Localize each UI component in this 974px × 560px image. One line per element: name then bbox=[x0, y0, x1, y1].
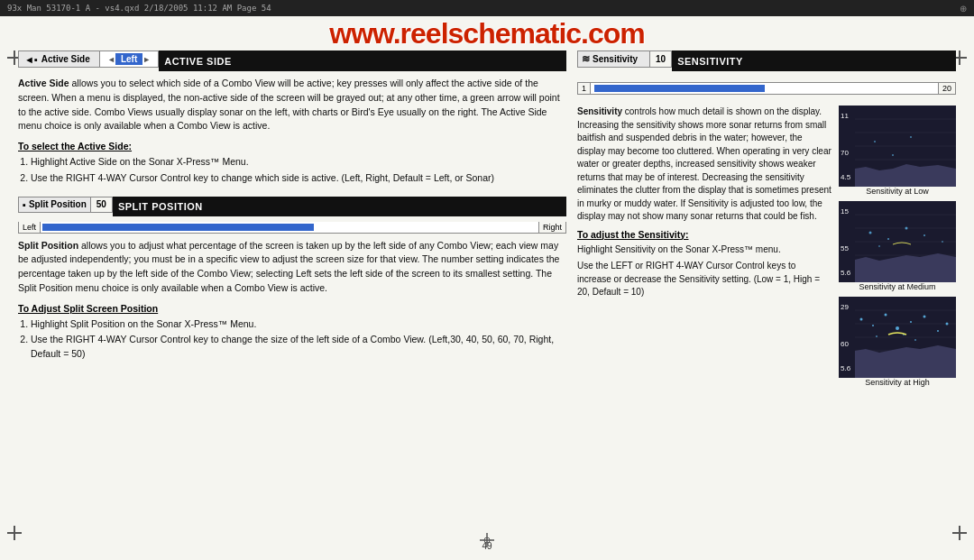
sonar-high-container: 29 60 5.6 bbox=[839, 297, 956, 392]
sens-label-box: ≋ Sensitivity bbox=[578, 51, 650, 67]
sensitivity-text-part: Sensitivity controls how much detail is … bbox=[577, 106, 832, 392]
svg-text:15: 15 bbox=[841, 207, 849, 216]
active-side-label-box: ◄▪ Active Side bbox=[19, 51, 100, 67]
split-bar-container bbox=[41, 222, 538, 233]
header-bar-text: 93x Man 53170-1 A - vs4.qxd 2/18/2005 11… bbox=[7, 4, 271, 13]
sens-bar-track bbox=[591, 83, 938, 94]
active-side-banner: ACTIVE SIDE bbox=[159, 50, 566, 71]
sonar-medium-container: 15 55 5.6 bbox=[839, 201, 956, 297]
active-side-value-box: ◄ Left ► bbox=[100, 51, 158, 67]
sens-label: Sensitivity bbox=[593, 54, 638, 64]
left-column: ◄▪ Active Side ◄ Left ► ACTIVE SIDE Acti… bbox=[18, 50, 566, 533]
sens-bar-min: 1 bbox=[578, 83, 591, 94]
split-icon: ▪ bbox=[23, 199, 26, 210]
svg-point-42 bbox=[937, 330, 939, 332]
sensitivity-bar-row: 1 20 bbox=[577, 82, 956, 95]
sensitivity-images-part: 11 70 4.5 bbox=[839, 106, 956, 392]
svg-text:60: 60 bbox=[841, 340, 849, 348]
sonar-low-caption: Sensitivity at Low bbox=[866, 187, 929, 196]
sens-description: Sensitivity controls how much detail is … bbox=[577, 106, 832, 224]
page-content: ◄▪ Active Side ◄ Left ► ACTIVE SIDE Acti… bbox=[18, 50, 956, 533]
svg-point-21 bbox=[869, 232, 872, 234]
svg-point-26 bbox=[942, 241, 943, 243]
watermark-text: www.reelschematic.com bbox=[329, 17, 645, 50]
svg-text:55: 55 bbox=[841, 244, 849, 252]
split-position-description: Split Position allows you to adjust what… bbox=[18, 239, 566, 296]
sensitivity-header-row: ≋ Sensitivity 10 SENSITIVITY bbox=[577, 50, 956, 71]
svg-text:4.5: 4.5 bbox=[841, 173, 851, 181]
active-side-label: Active Side bbox=[41, 54, 90, 64]
svg-point-43 bbox=[946, 323, 949, 326]
split-value: 50 bbox=[91, 197, 112, 212]
sonar-high-image: 29 60 5.6 bbox=[839, 297, 956, 378]
svg-point-11 bbox=[892, 154, 894, 156]
svg-text:29: 29 bbox=[841, 303, 849, 311]
sens-bar-fill bbox=[594, 85, 764, 92]
svg-point-41 bbox=[923, 316, 926, 318]
split-position-banner: SPLIT POSITION bbox=[113, 197, 566, 216]
split-bar-fill bbox=[42, 224, 314, 231]
active-side-step-1: Highlight Active Side on the Sonar X-Pre… bbox=[31, 155, 566, 170]
sens-step-1: Highlight Sensitivity on the Sonar X-Pre… bbox=[577, 243, 832, 257]
header-bar: 93x Man 53170-1 A - vs4.qxd 2/18/2005 11… bbox=[0, 0, 974, 16]
svg-point-25 bbox=[878, 245, 880, 247]
sonar-medium-image: 15 55 5.6 bbox=[839, 201, 956, 282]
sens-value: 10 bbox=[650, 51, 671, 67]
sens-icon: ≋ bbox=[582, 53, 590, 65]
svg-point-22 bbox=[887, 238, 889, 240]
bottom-center-crosshair bbox=[480, 533, 494, 549]
active-side-icon: ◄▪ bbox=[24, 54, 38, 65]
active-side-widget: ◄▪ Active Side ◄ Left ► bbox=[18, 50, 159, 68]
split-position-header-row: ▪ Split Position 50 SPLIT POSITION bbox=[18, 197, 566, 216]
svg-point-39 bbox=[896, 326, 899, 330]
sonar-low-container: 11 70 4.5 bbox=[839, 106, 956, 201]
sens-adjust-title: To adjust the Sensitivity: bbox=[577, 229, 832, 240]
active-side-steps-title: To select the Active Side: bbox=[18, 141, 566, 151]
split-label: Split Position bbox=[29, 199, 87, 209]
sensitivity-widget: ≋ Sensitivity 10 bbox=[577, 50, 672, 68]
sonar-high-caption: Sensitivity at High bbox=[865, 378, 930, 387]
svg-point-38 bbox=[885, 314, 887, 317]
active-side-header-row: ◄▪ Active Side ◄ Left ► ACTIVE SIDE bbox=[18, 50, 566, 71]
split-step-2: Use the RIGHT 4-WAY Cursor Control key t… bbox=[31, 333, 566, 362]
active-side-description: Active Side allows you to select which s… bbox=[18, 77, 566, 133]
split-bar-left-label: Left bbox=[19, 222, 41, 233]
svg-text:5.6: 5.6 bbox=[841, 269, 851, 277]
svg-text:11: 11 bbox=[841, 112, 849, 120]
svg-text:5.6: 5.6 bbox=[841, 364, 851, 372]
sens-bar-max: 20 bbox=[938, 83, 955, 94]
split-steps-list: Highlight Split Position on the Sonar X-… bbox=[18, 317, 566, 362]
svg-point-36 bbox=[860, 318, 863, 321]
svg-point-10 bbox=[910, 136, 912, 138]
active-side-arrow-left: ◄ bbox=[107, 55, 115, 64]
sensitivity-banner: SENSITIVITY bbox=[672, 50, 956, 71]
svg-point-46 bbox=[914, 339, 916, 341]
split-position-section: ▪ Split Position 50 SPLIT POSITION Left … bbox=[18, 197, 566, 367]
sonar-low-image: 11 70 4.5 bbox=[839, 106, 956, 187]
svg-point-37 bbox=[872, 325, 874, 326]
right-column: ≋ Sensitivity 10 SENSITIVITY 1 20 Sensit… bbox=[577, 50, 956, 533]
split-step-1: Highlight Split Position on the Sonar X-… bbox=[31, 317, 566, 332]
active-side-value[interactable]: Left bbox=[115, 53, 142, 65]
header-crosshair-icon: ⊕ bbox=[960, 4, 967, 14]
svg-point-24 bbox=[923, 234, 925, 236]
sonar-medium-caption: Sensitivity at Medium bbox=[859, 282, 935, 291]
active-side-step-2: Use the RIGHT 4-WAY Cursor Control key t… bbox=[31, 171, 566, 186]
split-bar-row: Left Right bbox=[18, 222, 566, 234]
split-bar-right-label: Right bbox=[538, 222, 565, 233]
split-steps-title: To Adjust Split Screen Position bbox=[18, 303, 566, 314]
svg-point-40 bbox=[910, 321, 912, 323]
active-side-arrow-right: ► bbox=[142, 55, 151, 64]
svg-point-9 bbox=[874, 141, 876, 142]
split-label-box: ▪ Split Position bbox=[19, 197, 91, 212]
split-position-widget: ▪ Split Position 50 bbox=[18, 197, 113, 213]
active-side-steps-list: Highlight Active Side on the Sonar X-Pre… bbox=[18, 155, 566, 186]
watermark: www.reelschematic.com bbox=[0, 16, 974, 50]
active-side-section: ◄▪ Active Side ◄ Left ► ACTIVE SIDE Acti… bbox=[18, 50, 566, 191]
sens-step-2: Use the LEFT or RIGHT 4-WAY Cursor Contr… bbox=[577, 260, 832, 299]
svg-point-23 bbox=[905, 227, 908, 230]
svg-text:70: 70 bbox=[841, 149, 849, 157]
svg-point-44 bbox=[876, 335, 878, 337]
sensitivity-content: Sensitivity controls how much detail is … bbox=[577, 106, 956, 392]
